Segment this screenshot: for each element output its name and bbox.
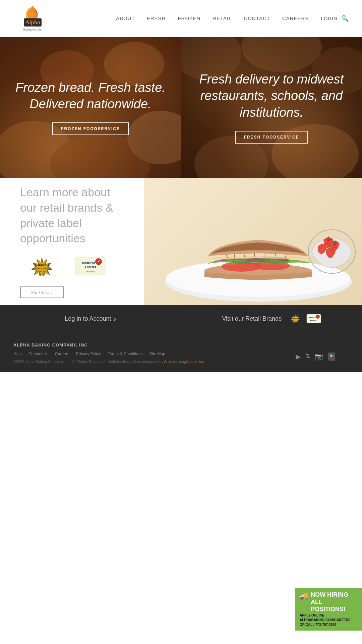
header: Alpha Baking Co., Inc. ABOUT FRESH FROZE… — [0, 0, 362, 37]
login-cta[interactable]: Log in to Account › — [0, 305, 181, 332]
footer-social-icons: ▶ 𝕏 📷 in — [296, 353, 335, 361]
hero-fresh-panel: Fresh delivery to midwest restaurants, s… — [181, 37, 362, 178]
login-cta-arrow: › — [114, 315, 116, 323]
svg-text:✓: ✓ — [97, 259, 100, 264]
footer-dev-link[interactable]: Americaneagle.com, Inc — [164, 360, 204, 364]
svg-point-47 — [337, 248, 338, 249]
srosen-logo: S.Rosen's BAKING COMPANY SINCE 1909 — [20, 256, 64, 276]
footer-link-privacy[interactable]: Privacy Policy — [76, 352, 101, 356]
nav-fresh[interactable]: FRESH — [147, 15, 166, 21]
footer-company-name: ALPHA BAKING COMPANY, INC — [13, 342, 349, 347]
twitter-icon[interactable]: 𝕏 — [305, 353, 310, 361]
svg-text:Natural: Natural — [82, 261, 95, 265]
hero-fresh-heading: Fresh delivery to midwest restaurants, s… — [194, 71, 349, 121]
retail-left-panel: Learn more about our retail brands & pri… — [0, 178, 144, 305]
svg-text:S.Rosen's: S.Rosen's — [292, 317, 299, 319]
svg-text:S.Rosen's: S.Rosen's — [35, 263, 49, 267]
svg-point-43 — [329, 245, 330, 246]
svg-text:Alpha: Alpha — [25, 19, 40, 25]
footer: ALPHA BAKING COMPANY, INC Help Contact U… — [0, 332, 362, 372]
svg-text:SINCE 1909: SINCE 1909 — [38, 271, 46, 272]
svg-point-45 — [334, 247, 335, 248]
nav-about[interactable]: ABOUT — [116, 15, 135, 21]
search-icon[interactable]: 🔍 — [341, 15, 349, 22]
svg-text:Baking Co., Inc.: Baking Co., Inc. — [23, 28, 42, 31]
fresh-foodservice-button[interactable]: FRESH FOODSERVICE — [235, 131, 308, 144]
footer-link-help[interactable]: Help — [13, 352, 22, 356]
hero-frozen-heading: Frozen bread. Fresh taste. Delivered nat… — [13, 79, 168, 113]
svg-point-9 — [241, 37, 322, 72]
login-cta-label: Log in to Account — [65, 315, 111, 322]
nav-retail[interactable]: RETAIL — [213, 15, 232, 21]
svg-text:Ovens: Ovens — [85, 265, 96, 269]
footer-link-sitemap[interactable]: Site Map — [149, 352, 165, 356]
youtube-icon[interactable]: ▶ — [296, 353, 301, 361]
frozen-foodservice-button[interactable]: FROZEN FOODSERVICE — [52, 122, 129, 135]
nav-frozen[interactable]: FROZEN — [178, 15, 200, 21]
alpha-logo: Alpha Baking Co., Inc. — [13, 3, 52, 32]
instagram-icon[interactable]: 📷 — [315, 353, 323, 361]
hero-section: Frozen bread. Fresh taste. Delivered nat… — [0, 37, 362, 178]
svg-point-7 — [104, 42, 164, 86]
linkedin-icon[interactable]: in — [328, 353, 335, 361]
retail-brand-logos-small: S.Rosen's ✓ Natural Ovens — [287, 314, 321, 323]
retail-brands-cta[interactable]: Visit our Retail Brands S.Rosen's ✓ Natu… — [181, 305, 362, 332]
retail-section: Learn more about our retail brands & pri… — [0, 178, 362, 305]
brand-logos: S.Rosen's BAKING COMPANY SINCE 1909 ✓ Na… — [20, 256, 124, 276]
hero-frozen-panel: Frozen bread. Fresh taste. Delivered nat… — [0, 37, 181, 178]
footer-link-contact[interactable]: Contact Us — [28, 352, 48, 356]
svg-point-46 — [332, 249, 333, 250]
retail-button[interactable]: RETAIL › — [20, 286, 64, 298]
retail-right-panel — [144, 178, 362, 305]
nav-contact[interactable]: CONTACT — [244, 15, 270, 21]
nav-careers[interactable]: CAREERS — [282, 15, 309, 21]
svg-text:✓: ✓ — [317, 316, 319, 318]
footer-link-careers[interactable]: Careers — [55, 352, 69, 356]
svg-point-44 — [326, 245, 327, 246]
footer-link-terms[interactable]: Terms & Conditions — [108, 352, 142, 356]
svg-text:Ovens: Ovens — [310, 319, 317, 321]
svg-text:Bakery: Bakery — [86, 270, 95, 273]
footer-inner: ALPHA BAKING COMPANY, INC Help Contact U… — [13, 342, 349, 364]
svg-text:BAKING COMPANY: BAKING COMPANY — [33, 268, 51, 270]
main-nav: ABOUT FRESH FROZEN RETAIL CONTACT CAREER… — [57, 15, 349, 22]
bottom-cta-bar: Log in to Account › Visit our Retail Bra… — [0, 305, 362, 332]
hero-frozen-text: Frozen bread. Fresh taste. Delivered nat… — [13, 79, 168, 136]
retail-heading: Learn more about our retail brands & pri… — [20, 185, 124, 247]
logo-area: Alpha Baking Co., Inc. — [13, 3, 57, 33]
hero-fresh-text: Fresh delivery to midwest restaurants, s… — [194, 71, 349, 144]
nav-login[interactable]: LOGIN — [321, 16, 337, 21]
retail-brands-label: Visit our Retail Brands — [222, 315, 282, 322]
svg-text:Natural: Natural — [309, 317, 316, 319]
natural-ovens-logo: ✓ Natural Ovens Bakery — [74, 256, 107, 276]
svg-point-42 — [327, 243, 328, 244]
